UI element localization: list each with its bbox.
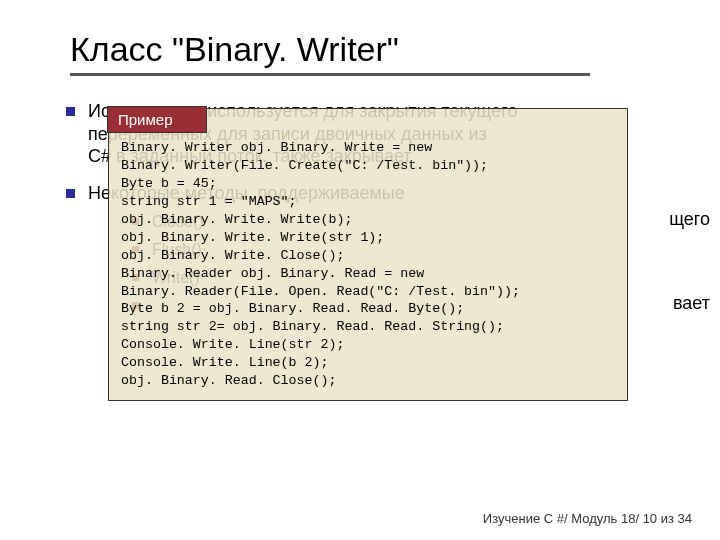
example-box: Пример Binary. Writer obj. Binary. Write…: [108, 108, 628, 401]
slide-footer: Изучение C #/ Модуль 18/ 10 из 34: [483, 511, 692, 526]
example-label: Пример: [107, 106, 207, 133]
trail-text-2: вает: [673, 292, 710, 315]
example-code: Binary. Writer obj. Binary. Write = new …: [109, 109, 627, 400]
bullet-icon: [66, 189, 75, 198]
slide-title: Класс "Binary. Writer": [70, 30, 680, 76]
bullet-icon: [66, 107, 75, 116]
